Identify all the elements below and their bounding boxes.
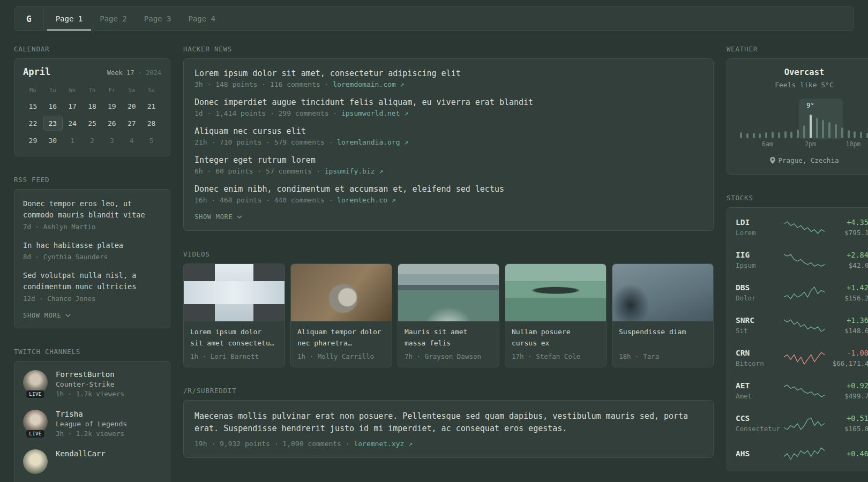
stock-price: $499.72 <box>825 392 868 400</box>
weather-bar <box>854 131 856 138</box>
calendar-day: 22 <box>23 116 43 131</box>
stock-row[interactable]: SNRC Sit +1.36% $148.64 <box>736 309 868 342</box>
weather-bar <box>841 127 843 138</box>
stock-sparkline <box>784 286 825 300</box>
twitch-channel-row[interactable]: KendallCarr <box>23 449 161 474</box>
calendar-day: 21 <box>141 99 161 114</box>
rss-item: Sed volutpat nulla nisl, a condimentum n… <box>23 270 161 303</box>
reddit-post: Maecenas mollis pulvinar erat non posuer… <box>194 410 702 448</box>
hn-item-title[interactable]: Donec imperdiet augue tincidunt felis al… <box>194 97 702 107</box>
weather-bar <box>740 132 742 138</box>
calendar-day: 24 <box>63 116 83 131</box>
rss-show-more-button[interactable]: SHOW MORE <box>23 312 161 319</box>
video-title: Suspendisse diam <box>619 327 707 349</box>
weather-bar <box>822 120 824 138</box>
stock-price: $42.04 <box>825 261 868 269</box>
stock-sparkline <box>784 221 825 235</box>
video-thumbnail <box>291 264 392 321</box>
calendar-weekday: Fr <box>102 85 122 97</box>
stock-row[interactable]: IIG Ipsum +2.84% $42.04 <box>736 244 868 276</box>
rss-item-title[interactable]: In hac habitasse platea <box>23 240 161 251</box>
location-pin-icon <box>770 157 775 164</box>
stock-row[interactable]: CCS Consectetur +0.51% $165.84 <box>736 407 868 440</box>
weather-section-label: WEATHER <box>727 45 868 53</box>
calendar-day: 26 <box>102 116 122 131</box>
stock-sparkline <box>784 351 825 365</box>
video-meta: 1h · Molly Carrillo <box>297 352 385 360</box>
twitch-channel-name[interactable]: ForrestBurton <box>56 370 124 379</box>
weather-bar <box>810 115 812 138</box>
stock-change: +2.84% <box>825 251 868 259</box>
stock-row[interactable]: CRN Bitcorn -1.00% $66,171.48 <box>736 342 868 374</box>
twitch-channel-name[interactable]: Trisha <box>56 410 127 418</box>
hn-item-title[interactable]: Integer eget rutrum lorem <box>194 155 702 165</box>
stock-change: +0.92% <box>825 381 868 390</box>
stock-row[interactable]: DBS Dolor +1.42% $156.28 <box>736 276 868 309</box>
hacker-news-list: Lorem ipsum dolor sit amet, consectetur … <box>194 69 702 204</box>
hn-domain-link[interactable]: ipsumify.biz ↗ <box>325 167 384 175</box>
weather-bar <box>772 132 774 138</box>
stock-row[interactable]: AHS +0.46% <box>736 440 868 468</box>
hn-domain-link[interactable]: loremtech.co ↗ <box>337 196 396 204</box>
weather-bar <box>860 132 862 138</box>
tab-page-3[interactable]: Page 3 <box>136 7 180 31</box>
weather-bar <box>753 133 755 138</box>
videos-section-label: VIDEOS <box>183 250 714 258</box>
weather-bar <box>765 132 767 138</box>
tab-page-1[interactable]: Page 1 <box>47 7 92 31</box>
twitch-channel-meta: 3h · 1.2k viewers <box>56 430 127 438</box>
hn-item-title[interactable]: Lorem ipsum dolor sit amet, consectetur … <box>194 69 702 78</box>
stocks-list: LDI Lorem +4.35% $795.18 IIG Ipsum +2.84… <box>736 211 868 468</box>
subreddit-widget: /R/SUBREDDIT Maecenas mollis pulvinar er… <box>183 387 714 458</box>
tab-page-4[interactable]: Page 4 <box>179 7 224 31</box>
twitch-list: LIVE ForrestBurton Counter-Strike 1h · 1… <box>23 370 161 474</box>
hn-domain-link[interactable]: loremlandia.org ↗ <box>337 138 408 146</box>
middle-column: HACKER NEWS Lorem ipsum dolor sit amet, … <box>183 45 714 477</box>
stock-ticker: IIG <box>736 251 784 259</box>
rss-widget: RSS FEED Donec tempor eros leo, ut commo… <box>14 176 170 328</box>
hacker-news-show-more-button[interactable]: SHOW MORE <box>194 213 702 221</box>
weather-bar <box>816 118 818 138</box>
video-meta: 1h · Lori Barnett <box>190 352 278 360</box>
reddit-domain-link[interactable]: loremnet.xyz ↗ <box>354 440 413 448</box>
twitch-channel-row[interactable]: LIVE Trisha League of Legends 3h · 1.2k … <box>23 410 161 438</box>
live-badge: LIVE <box>26 430 44 438</box>
stock-name: Dolor <box>736 294 784 302</box>
calendar-day: 25 <box>83 116 102 131</box>
video-card[interactable]: Aliquam tempor dolor nec pharetra… 1h · … <box>290 263 392 367</box>
twitch-channel-row[interactable]: LIVE ForrestBurton Counter-Strike 1h · 1… <box>23 370 161 398</box>
right-column: WEATHER Overcast Feels like 5°C 9°6am2pm… <box>727 45 868 482</box>
twitch-widget: TWITCH CHANNELS LIVE ForrestBurton Count… <box>14 348 170 482</box>
calendar-weekday: Th <box>83 85 102 97</box>
calendar-day: 3 <box>102 133 122 148</box>
external-link-icon: ↗ <box>392 196 396 204</box>
hn-item-title[interactable]: Aliquam nec cursus elit <box>194 126 702 136</box>
stock-ticker: CRN <box>736 349 784 357</box>
video-card[interactable]: Suspendisse diam 18h · Tara <box>612 263 714 367</box>
tab-page-2[interactable]: Page 2 <box>91 7 136 31</box>
hn-domain-link[interactable]: loremdomain.com ↗ <box>333 80 404 88</box>
stock-name: Consectetur <box>736 425 784 433</box>
weather-feels-like: Feels like 5°C <box>736 81 868 89</box>
calendar-day-selected: 23 <box>43 116 63 131</box>
stock-name: Sit <box>736 327 784 335</box>
rss-item-title[interactable]: Sed volutpat nulla nisl, a condimentum n… <box>23 270 161 293</box>
weather-location: Prague, Czechia <box>736 156 868 164</box>
video-card[interactable]: Lorem ipsum dolor sit amet consectetu… 1… <box>183 263 285 367</box>
live-badge: LIVE <box>26 390 44 398</box>
hn-domain-link[interactable]: ipsumworld.net ↗ <box>341 109 408 117</box>
rss-item-title[interactable]: Donec tempor eros leo, ut commodo mauris… <box>23 198 161 221</box>
calendar-day: 29 <box>23 133 43 148</box>
stock-row[interactable]: LDI Lorem +4.35% $795.18 <box>736 211 868 244</box>
video-meta: 7h · Grayson Dawson <box>405 352 492 360</box>
hn-item-title[interactable]: Donec enim nibh, condimentum et accumsan… <box>194 184 702 194</box>
external-link-icon: ↗ <box>408 440 413 448</box>
stock-name: Lorem <box>736 229 784 237</box>
hn-item: Aliquam nec cursus elit 21h · 710 points… <box>194 126 702 146</box>
video-card[interactable]: Nullam posuere cursus ex 17h · Stefan Co… <box>505 263 607 367</box>
nav-tabs: Page 1Page 2Page 3Page 4 <box>47 7 224 31</box>
reddit-post-title[interactable]: Maecenas mollis pulvinar erat non posuer… <box>194 410 702 435</box>
twitch-channel-name[interactable]: KendallCarr <box>56 449 106 458</box>
video-card[interactable]: Mauris sit amet massa felis 7h · Grayson… <box>398 263 499 367</box>
stock-row[interactable]: AET Amet +0.92% $499.72 <box>736 374 868 407</box>
